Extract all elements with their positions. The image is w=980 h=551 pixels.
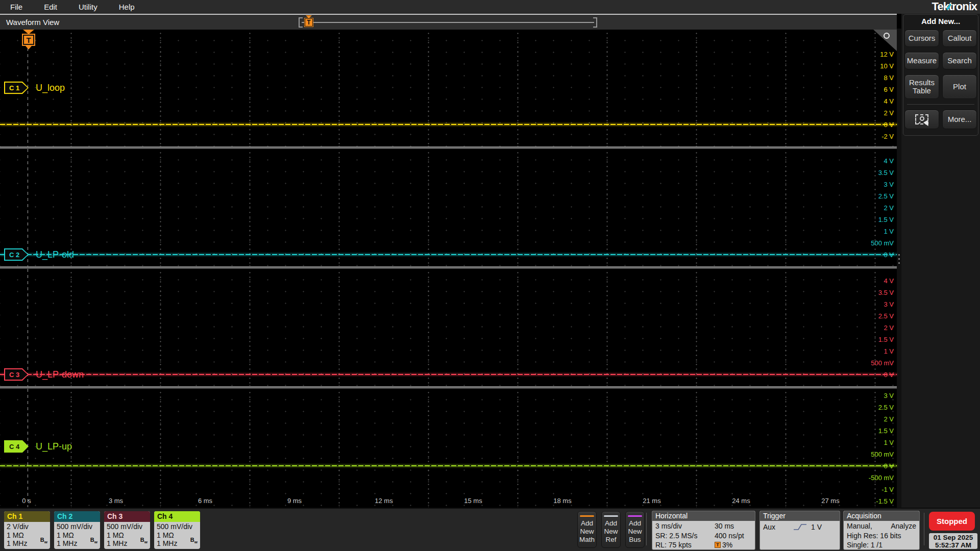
time-label: 5:52:37 AM: [929, 541, 977, 549]
horizontal-scale: 3 ms/div: [655, 521, 715, 531]
sample-rate: SR: 2.5 MS/s: [655, 531, 715, 541]
channel-scale: 500 mV/div: [107, 522, 148, 531]
channel-settings-badge-4[interactable]: Ch 4500 mV/div1 MΩ1 MHzBw: [154, 511, 200, 549]
channel-badge-body: 500 mV/div1 MΩ1 MHzBw: [154, 522, 200, 548]
scale-label: 8 V: [884, 74, 894, 82]
horizontal-title: Horizontal: [652, 511, 755, 521]
channel-badge-header: Ch 3: [104, 511, 150, 522]
add-new-ref-button[interactable]: AddNewRef: [601, 511, 621, 548]
accent-bar: [580, 515, 594, 517]
scale-label: 1 V: [884, 347, 894, 355]
magnifier-handle-icon: [881, 39, 885, 43]
scale-label: 0 V: [884, 462, 894, 470]
scale-label: 1.5 V: [878, 336, 894, 343]
accent-bar: [604, 515, 618, 517]
trigger-marker[interactable]: T: [21, 30, 36, 49]
channel-handle-1[interactable]: C 1U_loop: [4, 82, 65, 94]
trigger-level: 1 V: [811, 522, 822, 532]
time-axis: 0 s3 ms6 ms9 ms12 ms15 ms18 ms21 ms24 ms…: [0, 495, 897, 507]
channel-badge-body: 2 V/div1 MΩ1 MHzBw: [4, 522, 50, 548]
scale-label: 10 V: [880, 62, 894, 70]
bandwidth-limit-badge: Bw: [190, 536, 198, 547]
channel-badge-header: Ch 2: [54, 511, 100, 522]
channel-scale: 500 mV/div: [157, 522, 198, 531]
menu-item-help[interactable]: Help: [119, 3, 135, 11]
add-new-math-button[interactable]: AddNewMath: [577, 511, 597, 548]
measure-button[interactable]: Measure: [904, 52, 939, 69]
zoom-select-button[interactable]: [904, 110, 939, 129]
scale-label: 1 V: [884, 228, 894, 235]
tektronix-logo: Tektronix: [932, 0, 977, 13]
add-new-title: Add New...: [906, 17, 975, 26]
search-button[interactable]: Search: [942, 52, 977, 69]
time-tick-label: 21 ms: [643, 497, 660, 505]
plot-button[interactable]: Plot: [942, 74, 977, 99]
channel-badge-id: C 3: [4, 368, 24, 381]
channel-settings-badge-2[interactable]: Ch 2500 mV/div1 MΩ1 MHzBw: [54, 511, 100, 549]
waveform-trace-3[interactable]: [0, 374, 897, 375]
settings-bar: Ch 12 V/div1 MΩ1 MHzBwCh 2500 mV/div1 MΩ…: [0, 508, 980, 551]
time-tick-label: 15 ms: [464, 497, 482, 505]
channel-badge-body: 500 mV/div1 MΩ1 MHzBw: [104, 522, 150, 548]
accent-bar: [628, 515, 642, 517]
time-tick-label: 6 ms: [198, 497, 212, 505]
horizontal-window: 30 ms: [715, 521, 752, 531]
date-label: 01 Sep 2025: [929, 534, 977, 541]
scale-label: 2 V: [884, 109, 894, 117]
time-tick-label: 0 s: [22, 497, 31, 505]
channel-handle-3[interactable]: C 3U_LP-down: [4, 368, 84, 381]
results-table-button[interactable]: Results Table: [904, 74, 939, 99]
callout-button[interactable]: Callout: [942, 30, 977, 47]
record-length: RL: 75 kpts: [655, 540, 715, 550]
scale-label: 4 V: [884, 277, 894, 285]
trigger-tip-icon: [26, 46, 32, 49]
scale-label: -500 mV: [869, 474, 894, 482]
waveform-trace-2[interactable]: [0, 254, 897, 255]
panel-splitter[interactable]: [897, 29, 901, 508]
scrollbar-right-bracket-icon: [593, 17, 597, 28]
trigger-source: Aux: [763, 522, 790, 532]
add-new-bus-button[interactable]: AddNewBus: [625, 511, 645, 548]
zoom-select-icon: [915, 114, 928, 124]
scale-label: 2.5 V: [878, 192, 894, 200]
channel-handle-4[interactable]: C 4U_LP-up: [4, 440, 72, 453]
scale-label: -2 V: [881, 133, 894, 140]
channel-name: U_LP-down: [36, 369, 84, 380]
channel-handle-2[interactable]: C 2U_LP-old: [4, 248, 74, 261]
waveform-trace-4[interactable]: [0, 465, 897, 466]
horizontal-position: 3%: [722, 540, 732, 550]
scrollbar-track[interactable]: [302, 22, 594, 23]
waveform-view-header: Waveform View T: [0, 15, 897, 30]
time-tick-label: 27 ms: [821, 497, 839, 505]
menu-item-edit[interactable]: Edit: [44, 3, 57, 11]
channel-slice-3: 4 V3.5 V3 V2.5 V2 V1.5 V1 V500 mV0 VC 3U…: [0, 269, 897, 386]
channel-badge-body: 500 mV/div1 MΩ1 MHzBw: [54, 522, 100, 548]
scale-label: 500 mV: [871, 359, 894, 367]
resolution: 400 ns/pt: [715, 531, 752, 541]
horizontal-panel[interactable]: Horizontal 3 ms/div 30 ms SR: 2.5 MS/s 4…: [652, 511, 755, 550]
scale-label: 3 V: [884, 300, 894, 308]
bar-separator: [924, 513, 924, 545]
run-stop-status-button[interactable]: Stopped: [929, 512, 975, 531]
more-button[interactable]: More...: [942, 110, 977, 129]
trigger-panel[interactable]: Trigger Aux 1 V: [760, 511, 840, 550]
channel-settings-badge-1[interactable]: Ch 12 V/div1 MΩ1 MHzBw: [4, 511, 50, 549]
channel-settings-badge-3[interactable]: Ch 3500 mV/div1 MΩ1 MHzBw: [104, 511, 150, 549]
horizontal-pan-scrollbar[interactable]: T: [299, 17, 597, 28]
menu-item-utility[interactable]: Utility: [79, 3, 97, 11]
add-new-sources: AddNewMathAddNewRefAddNewBus: [577, 511, 645, 548]
trigger-t-icon: T: [23, 35, 34, 45]
bandwidth-limit-badge: Bw: [90, 536, 97, 547]
acquisition-panel[interactable]: Acquisition Manual, Analyze High Res: 16…: [843, 511, 920, 550]
channel-badge-header: Ch 1: [4, 511, 50, 522]
zoom-corner-button[interactable]: [873, 30, 897, 51]
waveform-trace-1[interactable]: [0, 124, 897, 125]
bandwidth-limit-badge: Bw: [140, 536, 148, 547]
channel-badge-id: C 4: [4, 440, 24, 453]
add-new-panel: Add New... Cursors Callout Measure Searc…: [901, 14, 980, 508]
cursors-button[interactable]: Cursors: [904, 30, 939, 47]
channel-badge-id: C 2: [4, 248, 24, 261]
menu-item-file[interactable]: File: [10, 3, 22, 11]
channel-scale: 500 mV/div: [57, 522, 97, 531]
trigger-position-indicator[interactable]: T: [305, 18, 313, 27]
